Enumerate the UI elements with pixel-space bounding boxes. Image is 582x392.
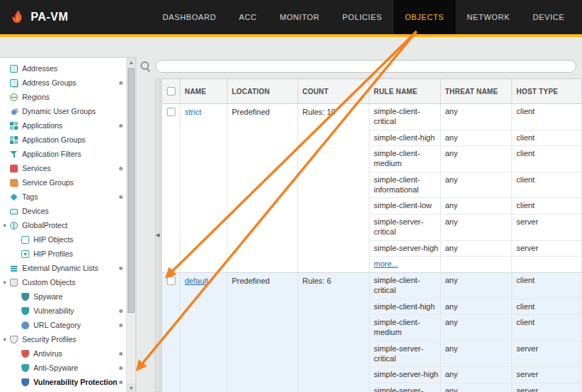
rule-row: simple-server-criticalanyserver	[369, 341, 582, 368]
select-all-checkbox[interactable]	[167, 87, 175, 96]
sidebar-item-label: Antivirus	[34, 349, 62, 358]
sidebar-item-hip-objects[interactable]: HIP Objects	[0, 232, 126, 247]
threat-name-cell: any	[441, 130, 512, 146]
nav-item-acc[interactable]: ACC	[228, 0, 268, 34]
globalprotect-icon	[10, 222, 18, 229]
threat-name-cell: any	[441, 198, 512, 214]
nav-item-monitor[interactable]: MONITOR	[268, 0, 331, 34]
nav-item-network[interactable]: NETWORK	[456, 0, 521, 34]
threat-name-cell: any	[441, 367, 512, 383]
row-checkbox[interactable]	[167, 108, 175, 116]
rule-row: simple-server-mediumanyserver	[369, 383, 582, 392]
status-dot-icon	[119, 167, 123, 170]
sidebar-item-application-groups[interactable]: Application Groups	[0, 133, 126, 147]
host-type-cell: client	[512, 146, 582, 172]
vulnerability-icon	[21, 307, 29, 315]
rule-name-cell: simple-client-critical	[369, 273, 441, 299]
profile-link-default[interactable]: default	[185, 277, 208, 285]
sidebar-item-label: Security Profiles	[22, 335, 76, 344]
address-groups-icon	[10, 79, 18, 87]
nav-item-device[interactable]: DEVICE	[521, 0, 576, 34]
sidebar-item-label: Custom Objects	[22, 278, 76, 287]
column-header-rule-name[interactable]: RULE NAME	[369, 79, 441, 103]
threat-name-cell: any	[441, 273, 512, 299]
scroll-up-icon[interactable]: ▲	[127, 58, 136, 66]
sidebar-item-tags[interactable]: Tags	[0, 190, 126, 204]
addresses-icon	[10, 65, 18, 73]
status-dot-icon	[119, 352, 123, 356]
sidebar-item-address-groups[interactable]: Address Groups	[0, 76, 126, 90]
profile-row-default: defaultPredefinedRules: 6simple-client-c…	[162, 273, 582, 392]
scrollbar-thumb[interactable]	[128, 68, 135, 313]
rule-name-cell: simple-server-medium	[369, 383, 441, 392]
sidebar-item-external-dynamic-lists[interactable]: External Dynamic Lists	[0, 261, 126, 275]
more-link[interactable]: more...	[374, 259, 398, 268]
table-header-row: NAMELOCATIONCOUNTRULE NAMETHREAT NAMEHOS…	[162, 79, 582, 104]
sidebar-item-security-profiles[interactable]: ▼Security Profiles	[0, 332, 126, 346]
panel-splitter[interactable]: ◀	[155, 78, 160, 392]
collapse-left-icon[interactable]: ◀	[155, 232, 159, 238]
row-select-cell	[162, 104, 180, 272]
nav-item-objects[interactable]: OBJECTS	[394, 0, 456, 34]
sidebar-item-spyware[interactable]: Spyware	[0, 289, 126, 304]
sidebar-item-vulnerability-protection[interactable]: Vulnerability Protection	[0, 375, 126, 389]
host-type-cell: client	[512, 198, 582, 214]
sidebar-item-regions[interactable]: Regions	[0, 90, 126, 104]
nav-item-dashboard[interactable]: DASHBOARD	[151, 0, 228, 34]
rule-row: simple-client-criticalanyclient	[369, 273, 582, 299]
rule-name-cell: simple-client-medium	[369, 146, 441, 172]
service-groups-icon	[10, 179, 18, 187]
sidebar-item-label: Vulnerability	[34, 306, 74, 315]
column-header-host-type[interactable]: HOST TYPE	[512, 79, 582, 103]
search-icon	[141, 61, 150, 71]
host-type-cell: server	[512, 383, 582, 392]
sidebar-item-applications[interactable]: Applications	[0, 118, 126, 133]
sidebar-item-label: Anti-Spyware	[34, 363, 78, 372]
sidebar-item-devices[interactable]: Devices	[0, 204, 126, 218]
status-dot-icon	[119, 81, 123, 85]
sidebar-item-label: Regions	[22, 93, 50, 101]
external-dynamic-lists-icon	[10, 264, 18, 272]
chevron-down-icon[interactable]: ▼	[2, 223, 10, 228]
host-type-cell: client	[512, 299, 582, 315]
status-dot-icon	[119, 195, 123, 199]
column-header-threat-name[interactable]: THREAT NAME	[441, 79, 512, 103]
rule-row: simple-client-lowanyclient	[369, 198, 582, 215]
column-header-count[interactable]: COUNT	[298, 79, 369, 103]
sidebar-item-label: Applications	[22, 121, 63, 130]
host-type-cell: server	[512, 241, 582, 257]
threat-name-cell: any	[441, 383, 512, 392]
chevron-down-icon[interactable]: ▼	[2, 280, 10, 285]
sidebar-item-custom-objects[interactable]: ▼Custom Objects	[0, 275, 126, 289]
scroll-down-icon[interactable]: ▼	[127, 383, 136, 392]
profile-link-strict[interactable]: strict	[185, 108, 201, 116]
sidebar-item-hip-profiles[interactable]: HIP Profiles	[0, 247, 126, 261]
rule-row: simple-client-informationalanyclient	[369, 172, 582, 199]
sidebar-item-application-filters[interactable]: Application Filters	[0, 147, 126, 161]
sidebar-item-dynamic-user-groups[interactable]: Dynamic User Groups	[0, 104, 126, 118]
rules-subtable: simple-client-criticalanyclientsimple-cl…	[369, 104, 582, 272]
sidebar-item-antivirus[interactable]: Antivirus	[0, 346, 126, 361]
top-nav-bar: PA-VM DASHBOARDACCMONITORPOLICIESOBJECTS…	[0, 0, 582, 37]
search-input[interactable]	[155, 60, 576, 73]
profile-count-cell: Rules: 10	[298, 104, 369, 272]
sidebar-item-vulnerability[interactable]: Vulnerability	[0, 304, 126, 318]
sidebar-item-service-groups[interactable]: Service Groups	[0, 175, 126, 190]
row-checkbox[interactable]	[167, 277, 175, 285]
sidebar-item-services[interactable]: Services	[0, 161, 126, 175]
chevron-down-icon[interactable]: ▼	[2, 337, 10, 342]
sidebar-item-label: Address Groups	[22, 78, 76, 87]
more-cell: more...	[369, 257, 441, 272]
rule-name-cell: simple-server-critical	[369, 341, 441, 367]
url-category-icon	[21, 321, 29, 329]
sidebar-item-url-category[interactable]: URL Category	[0, 318, 126, 332]
sidebar-item-addresses[interactable]: Addresses	[0, 61, 126, 76]
threat-name-cell	[441, 257, 512, 272]
column-header-name[interactable]: NAME	[180, 79, 228, 103]
applications-icon	[10, 122, 18, 130]
sidebar-item-label: Addresses	[22, 64, 58, 73]
nav-item-policies[interactable]: POLICIES	[331, 0, 394, 34]
column-header-location[interactable]: LOCATION	[228, 79, 298, 103]
sidebar-item-globalprotect[interactable]: ▼GlobalProtect	[0, 218, 126, 232]
sidebar-item-anti-spyware[interactable]: Anti-Spyware	[0, 361, 126, 375]
